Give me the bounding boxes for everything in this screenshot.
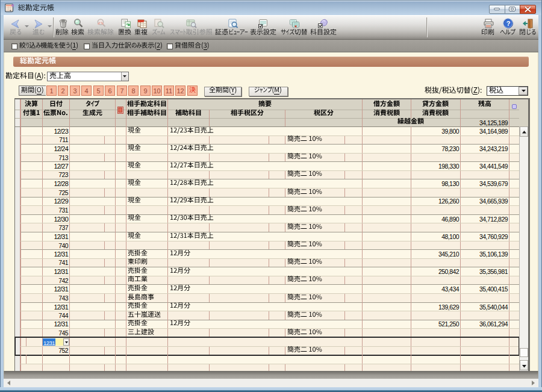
svg-text:?: ? [506, 20, 511, 27]
